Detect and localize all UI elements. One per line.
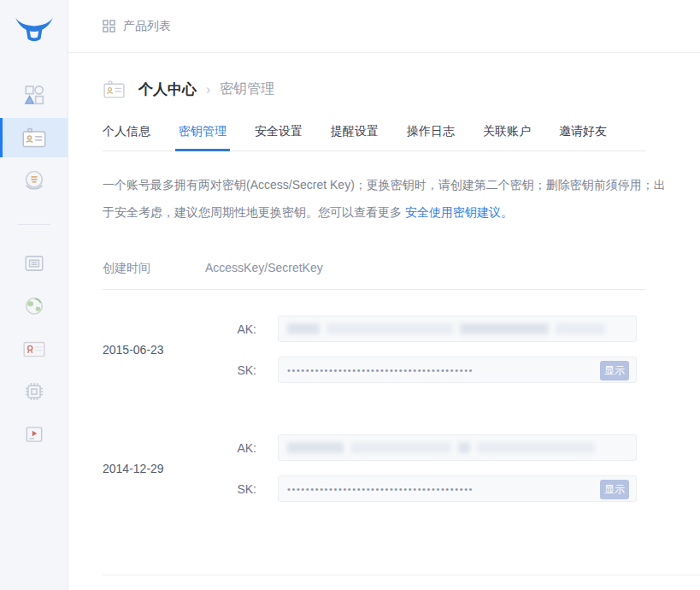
product-list-button[interactable]: 产品列表 [103, 19, 171, 34]
product-list-label: 产品列表 [123, 19, 171, 34]
video-player-icon [23, 423, 45, 445]
key-fields: AK: SK: ••••••••••••••••••••••••••••••••… [205, 316, 645, 383]
id-card-icon [21, 127, 47, 149]
ak-label: AK: [205, 322, 256, 336]
sidebar-item-products[interactable] [0, 74, 68, 116]
redacted-value [287, 323, 605, 334]
sidebar-item-compute[interactable] [0, 370, 68, 413]
breadcrumb-section[interactable]: 个人中心 [138, 80, 197, 99]
ak-field-line: AK: [205, 434, 645, 461]
coin-hand-icon [22, 168, 46, 192]
sk-label: SK: [205, 482, 256, 496]
masked-secret-value: •••••••••••••••••••••••••••••••••••••••• [287, 484, 511, 494]
certificate-icon [22, 338, 46, 360]
security-advice-link[interactable]: 安全使用密钥建议。 [405, 205, 513, 219]
sidebar-item-media[interactable] [0, 413, 68, 456]
bull-logo-icon [15, 15, 54, 50]
sidebar-divider [18, 224, 50, 225]
tab-bar: 个人信息 密钥管理 安全设置 提醒设置 操作日志 关联账户 邀请好友 [103, 124, 645, 151]
sidebar-item-profile[interactable] [0, 118, 68, 157]
key-created-date: 2014-12-29 [103, 462, 205, 475]
show-secret-button[interactable]: 显示 [600, 480, 629, 499]
main-content: 个人中心 › 密钥管理 个人信息 密钥管理 安全设置 提醒设置 操作日志 关联账… [68, 53, 700, 590]
show-secret-button[interactable]: 显示 [600, 361, 629, 381]
sk-field-line: SK: ••••••••••••••••••••••••••••••••••••… [205, 475, 645, 502]
key-created-date: 2015-06-23 [103, 343, 205, 357]
ak-value-field[interactable] [278, 316, 637, 342]
tab-linked-accounts[interactable]: 关联账户 [483, 124, 531, 150]
sk-value-field[interactable]: ••••••••••••••••••••••••••••••••••••••••… [278, 357, 637, 383]
key-row: 2015-06-23 AK: SK: •••••••••••••••••••••… [103, 316, 645, 383]
grid-icon [103, 20, 115, 32]
tab-personal-info[interactable]: 个人信息 [103, 124, 150, 150]
table-header: 创建时间 AccessKey/SecretKey [103, 261, 645, 290]
ak-value-field[interactable] [278, 434, 637, 461]
column-accesskey-secretkey: AccessKey/SecretKey [205, 261, 323, 276]
breadcrumb-page: 密钥管理 [220, 80, 274, 98]
tab-operation-log[interactable]: 操作日志 [407, 124, 455, 150]
sk-label: SK: [205, 363, 256, 377]
sidebar-nav [0, 65, 68, 456]
masked-secret-value: •••••••••••••••••••••••••••••••••••••••• [287, 365, 511, 375]
sidebar-item-billing[interactable] [0, 159, 68, 202]
sidebar-item-certificate[interactable] [0, 327, 68, 370]
key-row: 2014-12-29 AK: SK: •••••••••••••••••••••… [103, 434, 645, 502]
tab-security-settings[interactable]: 安全设置 [255, 124, 303, 150]
key-policy-description: 一个账号最多拥有两对密钥(Access/Secret Key)；更换密钥时，请创… [103, 171, 677, 226]
ak-field-line: AK: [205, 316, 645, 342]
active-indicator-bar [0, 118, 3, 157]
topbar: 产品列表 [68, 0, 700, 53]
ak-label: AK: [205, 441, 256, 455]
sk-field-line: SK: ••••••••••••••••••••••••••••••••••••… [205, 357, 645, 383]
description-text: 一个账号最多拥有两对密钥(Access/Secret Key)；更换密钥时，请创… [103, 178, 666, 219]
key-fields: AK: SK: ••••••••••••••••••••••••••••••••… [205, 434, 645, 502]
breadcrumb: 个人中心 › 密钥管理 [103, 80, 645, 99]
column-created-time: 创建时间 [103, 261, 205, 276]
chevron-right-icon: › [206, 82, 210, 97]
app-logo[interactable] [0, 0, 68, 65]
folder-icon [23, 252, 45, 274]
globe-icon [23, 295, 45, 317]
chip-icon [22, 380, 46, 404]
id-card-icon [103, 80, 126, 99]
tab-invite-friends[interactable]: 邀请好友 [559, 124, 607, 150]
redacted-value [287, 442, 595, 453]
shapes-icon [23, 84, 45, 106]
tab-reminder-settings[interactable]: 提醒设置 [331, 124, 379, 150]
sidebar [0, 0, 68, 590]
sidebar-item-network[interactable] [0, 285, 68, 327]
sk-value-field[interactable]: ••••••••••••••••••••••••••••••••••••••••… [278, 475, 637, 502]
section-divider [103, 575, 700, 575]
tab-key-management[interactable]: 密钥管理 [179, 124, 226, 150]
sidebar-item-storage[interactable] [0, 242, 68, 285]
